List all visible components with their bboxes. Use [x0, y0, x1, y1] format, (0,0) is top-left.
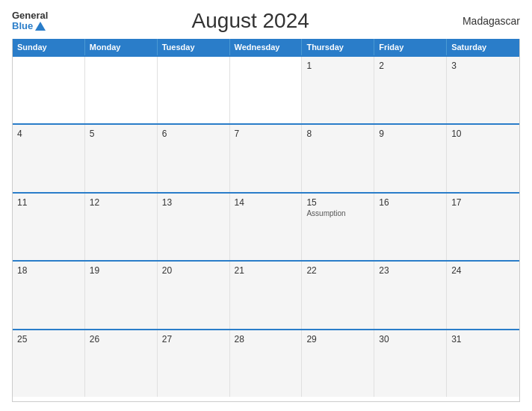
day-number: 26 [90, 334, 152, 344]
day-cell-2-4: 15Assumption [302, 194, 374, 260]
holiday-name: Assumption [306, 209, 369, 217]
header-saturday: Saturday [447, 39, 519, 55]
day-cell-3-4: 22 [302, 262, 374, 328]
day-number: 3 [451, 61, 515, 71]
header-monday: Monday [85, 39, 158, 55]
day-cell-2-1: 12 [85, 194, 158, 260]
day-cell-4-1: 26 [85, 330, 158, 397]
day-cell-0-5: 2 [374, 57, 447, 123]
day-cell-4-0: 25 [13, 330, 85, 397]
day-number: 9 [379, 129, 442, 139]
week-row-1: 123 [13, 55, 519, 123]
day-cell-4-6: 31 [447, 330, 519, 397]
day-cell-1-1: 5 [85, 125, 158, 191]
day-cell-0-6: 3 [447, 57, 519, 123]
week-row-5: 25262728293031 [13, 329, 519, 397]
calendar-title: August 2024 [48, 9, 453, 33]
day-number: 10 [451, 129, 515, 139]
header-friday: Friday [374, 39, 447, 55]
week-row-4: 18192021222324 [13, 260, 519, 328]
day-cell-3-2: 20 [158, 262, 230, 328]
week-row-2: 45678910 [13, 123, 519, 191]
header-sunday: Sunday [13, 39, 85, 55]
header: General Blue August 2024 Madagascar [12, 9, 520, 33]
day-cell-4-4: 29 [302, 330, 374, 397]
day-number: 2 [379, 61, 442, 71]
day-cell-1-0: 4 [13, 125, 85, 191]
day-number: 8 [306, 129, 369, 139]
day-number: 6 [162, 129, 225, 139]
day-cell-1-5: 9 [374, 125, 447, 191]
day-number: 7 [235, 129, 297, 139]
day-cell-3-5: 23 [374, 262, 447, 328]
weeks-container: 123456789101112131415Assumption161718192… [13, 55, 519, 397]
day-cell-3-3: 21 [230, 262, 303, 328]
day-number: 14 [235, 197, 297, 208]
day-cell-3-1: 19 [85, 262, 158, 328]
logo-general-text: General [12, 10, 48, 21]
day-cell-4-3: 28 [230, 330, 303, 397]
day-number: 15 [306, 197, 369, 208]
day-cell-4-2: 27 [158, 330, 230, 397]
day-number: 30 [379, 334, 442, 344]
header-thursday: Thursday [302, 39, 374, 55]
day-number: 19 [90, 265, 152, 276]
header-wednesday: Wednesday [230, 39, 303, 55]
day-cell-1-6: 10 [447, 125, 519, 191]
day-number: 12 [90, 197, 152, 208]
day-number: 11 [17, 197, 80, 208]
day-cell-2-3: 14 [230, 194, 303, 260]
day-number: 20 [162, 265, 225, 276]
day-number: 28 [235, 334, 297, 344]
day-number: 16 [379, 197, 442, 208]
day-number: 27 [162, 334, 225, 344]
day-number: 29 [306, 334, 369, 344]
calendar-page: General Blue August 2024 Madagascar Sund… [0, 0, 532, 411]
day-cell-3-0: 18 [13, 262, 85, 328]
day-cell-0-2 [158, 57, 230, 123]
day-number: 1 [306, 61, 369, 71]
logo-triangle-icon [35, 22, 46, 31]
calendar-grid: Sunday Monday Tuesday Wednesday Thursday… [12, 39, 520, 402]
week-row-3: 1112131415Assumption1617 [13, 192, 519, 260]
day-number: 23 [379, 265, 442, 276]
day-number: 18 [17, 265, 80, 276]
day-cell-1-3: 7 [230, 125, 303, 191]
day-number: 21 [235, 265, 297, 276]
country-label: Madagascar [453, 15, 520, 27]
day-number: 5 [90, 129, 152, 139]
day-cell-0-3 [230, 57, 303, 123]
day-cell-3-6: 24 [447, 262, 519, 328]
day-number: 24 [451, 265, 515, 276]
day-cell-2-5: 16 [374, 194, 447, 260]
day-cell-4-5: 30 [374, 330, 447, 397]
day-number: 13 [162, 197, 225, 208]
day-cell-2-6: 17 [447, 194, 519, 260]
logo-blue-text: Blue [12, 21, 48, 31]
day-cell-1-4: 8 [302, 125, 374, 191]
day-cell-2-0: 11 [13, 194, 85, 260]
day-number: 31 [451, 334, 515, 344]
days-header: Sunday Monday Tuesday Wednesday Thursday… [13, 39, 519, 55]
day-number: 4 [17, 129, 80, 139]
day-number: 25 [17, 334, 80, 344]
day-cell-0-4: 1 [302, 57, 374, 123]
day-cell-2-2: 13 [158, 194, 230, 260]
logo: General Blue [12, 10, 48, 32]
day-number: 22 [306, 265, 369, 276]
header-tuesday: Tuesday [158, 39, 230, 55]
day-cell-0-1 [85, 57, 158, 123]
day-cell-0-0 [13, 57, 85, 123]
day-number: 17 [451, 197, 515, 208]
day-cell-1-2: 6 [158, 125, 230, 191]
